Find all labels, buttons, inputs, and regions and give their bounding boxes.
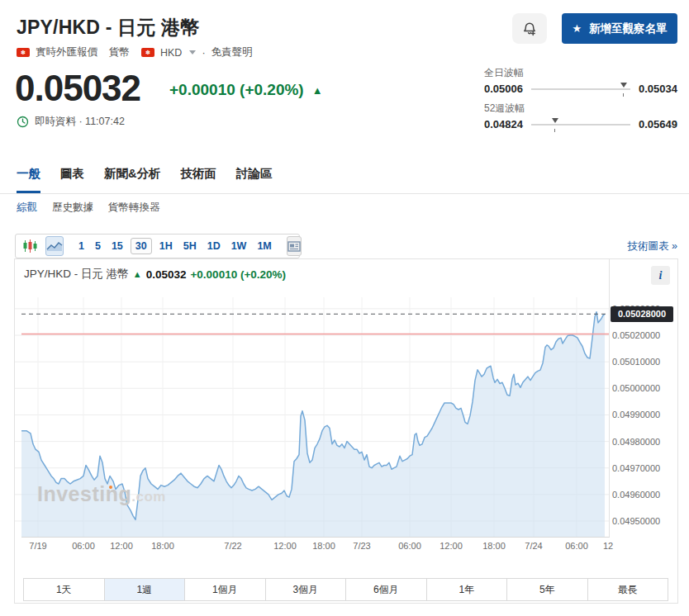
candlestick-chart-button[interactable] [22,239,38,254]
period-1個月[interactable]: 1個月 [184,579,265,600]
x-axis-tick: 12 [590,541,626,551]
current-price-badge: 0.05028000 [611,306,673,322]
week52-range-marker-icon [552,118,558,123]
y-axis-tick: 0.04990000 [612,410,677,419]
add-to-watchlist-button[interactable]: ★ 新增至觀察名單 [562,13,677,44]
day-range: 0.05006 0.05034 [484,83,677,95]
page-title: JPY/HKD - 日元 港幣 [17,15,200,40]
candlestick-icon [22,239,38,254]
sub-tabs: 綜觀歷史數據貨幣轉換器 [17,201,160,215]
x-axis-tick: 7/19 [20,541,56,551]
up-arrow-icon: ▲ [312,84,323,97]
period-1年[interactable]: 1年 [426,579,507,600]
star-icon: ★ [572,22,582,35]
x-axis-tick: 06:00 [392,541,428,551]
day-range-marker-icon [620,83,627,88]
subtab-綜觀[interactable]: 綜觀 [17,201,37,215]
tab-圖表[interactable]: 圖表 [60,164,84,193]
last-price: 0.05032 [15,68,140,109]
quote-status: 即時資料 · 11:07:42 [17,115,125,129]
chart-news-button[interactable] [287,236,302,256]
week52-range-label: 52週波幅 [484,102,525,116]
x-axis-tick: 12:00 [267,541,303,551]
day-range-high: 0.05034 [639,83,677,95]
interval-buttons: 1515301H5H1D1W1M [78,238,272,254]
hk-flag-icon: ✽ [17,48,30,57]
day-range-low: 0.05006 [484,83,523,95]
period-最長[interactable]: 最長 [587,579,668,600]
interval-1D[interactable]: 1D [207,240,221,252]
info-button[interactable]: i [651,266,670,285]
week52-range-low: 0.04824 [484,118,523,130]
tab-一般[interactable]: 一般 [17,164,40,193]
watermark-dot [109,486,112,489]
x-axis-tick: 7/24 [516,541,552,551]
y-axis-tick: 0.04950000 [612,516,677,526]
interval-5H[interactable]: 5H [183,240,197,252]
breadcrumb-realtime-forex[interactable]: 實時外匯報價 [36,45,97,59]
period-5年[interactable]: 5年 [506,579,587,600]
y-axis-tick: 0.04970000 [612,463,677,473]
period-1週[interactable]: 1週 [104,579,185,600]
change-value: +0.00010 (+0.20%) [169,81,304,99]
period-6個月[interactable]: 6個月 [345,579,426,600]
x-axis-tick: 7/22 [215,541,251,551]
watermark-suffix: .com [131,489,166,505]
x-axis-tick: 12:00 [103,541,140,551]
period-3個月[interactable]: 3個月 [265,579,346,600]
subtab-歷史數據[interactable]: 歷史數據 [52,201,93,215]
watermark-text: Investing [37,482,131,505]
interval-5[interactable]: 5 [95,240,101,252]
watermark: Investing.com [37,482,166,506]
watchlist-label: 新增至觀察名單 [589,21,668,36]
create-alert-button[interactable] [512,13,547,44]
line-chart-button[interactable] [45,236,64,256]
technical-chart-link[interactable]: 技術圖表 » [628,239,677,254]
y-axis-tick: 0.05010000 [612,357,677,367]
hk-flag-icon: ✽ [141,48,154,57]
clock-icon [17,116,29,128]
disclaimer-link[interactable]: 免責聲明 [211,45,253,59]
x-axis-tick: 18:00 [476,541,512,551]
week52-range-high: 0.05649 [639,118,677,130]
y-axis-tick: 0.05020000 [612,330,677,340]
period-selector: 1天1週1個月3個月6個月1年5年最長 [23,578,668,601]
day-range-label: 全日波幅 [484,66,524,80]
tab-討論區[interactable]: 討論區 [236,164,273,193]
week52-range-track [531,124,630,126]
chart-container: JPY/HKD - 日元 港幣 ▲ 0.05032 +0.00010 (+0.2… [14,258,678,604]
y-axis-tick: 0.04960000 [612,490,677,500]
interval-15[interactable]: 15 [112,240,123,252]
day-range-track [531,88,630,90]
tab-新聞&分析[interactable]: 新聞&分析 [104,164,160,193]
chevron-down-icon[interactable] [189,50,196,54]
interval-1M[interactable]: 1M [257,240,271,252]
interval-1H[interactable]: 1H [159,240,173,252]
x-axis-tick: 12:00 [433,541,469,551]
line-chart-icon [46,240,63,252]
dot-separator: · [202,47,205,59]
subtab-貨幣轉換器[interactable]: 貨幣轉換器 [108,201,160,215]
breadcrumb-currency[interactable]: 貨幣 [109,45,130,59]
currency-selector[interactable]: HKD [160,47,182,59]
x-axis-tick: 18:00 [306,541,342,551]
period-1天[interactable]: 1天 [24,579,104,600]
tab-技術面[interactable]: 技術面 [180,164,216,193]
x-axis-tick: 18:00 [145,541,181,551]
x-axis-tick: 7/23 [344,541,380,551]
chart-toolbar: 1515301H5H1D1W1M [15,234,300,258]
breadcrumb: ✽ 實時外匯報價 貨幣 ✽ HKD · 免責聲明 [17,45,253,59]
interval-1W[interactable]: 1W [231,240,247,252]
price-change: +0.00010 (+0.20%) ▲ [169,81,323,99]
newspaper-icon [287,241,301,252]
week52-range: 0.04824 0.05649 [484,118,677,130]
y-axis-tick: 0.05000000 [612,383,677,393]
bell-plus-icon [522,21,537,36]
interval-1[interactable]: 1 [78,240,84,252]
status-text: 即時資料 · 11:07:42 [35,115,125,129]
interval-30[interactable]: 30 [131,238,152,254]
quote-page: JPY/HKD - 日元 港幣 ✽ 實時外匯報價 貨幣 ✽ HKD · 免責聲明… [0,0,689,616]
main-tabs: 一般圖表新聞&分析技術面討論區 [0,164,689,194]
y-axis-tick: 0.04980000 [612,437,677,447]
x-axis-tick: 06:00 [65,541,102,551]
